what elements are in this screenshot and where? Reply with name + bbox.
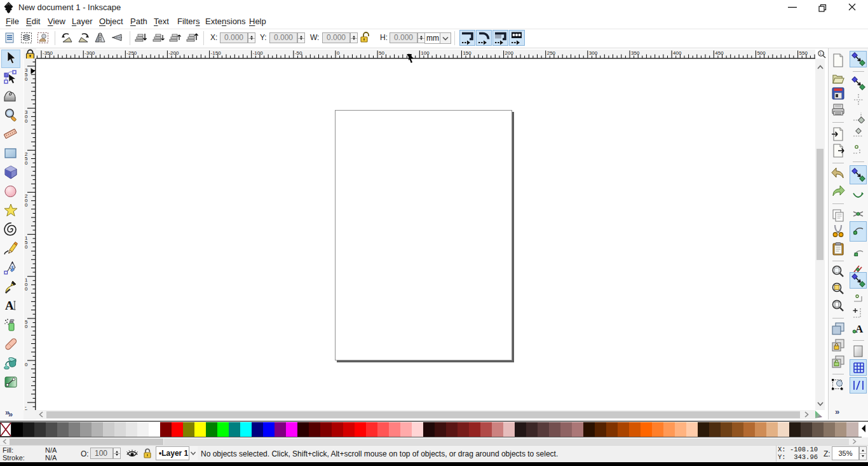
svg-text:150: 150 xyxy=(463,50,471,56)
svg-text:0: 0 xyxy=(25,362,28,367)
svg-text:550: 550 xyxy=(799,50,808,56)
svg-text:250: 250 xyxy=(547,50,556,56)
svg-text:5: 5 xyxy=(25,408,28,410)
svg-text:450: 450 xyxy=(715,50,724,56)
svg-text:50: 50 xyxy=(379,50,384,56)
svg-text:500: 500 xyxy=(757,50,766,56)
svg-text:A: A xyxy=(5,299,14,312)
svg-text:-50: -50 xyxy=(295,50,302,56)
svg-text:-350: -350 xyxy=(43,50,53,56)
svg-text:-300: -300 xyxy=(85,50,95,56)
svg-text:0: 0 xyxy=(25,202,28,208)
svg-text:200: 200 xyxy=(505,50,514,56)
svg-text:0: 0 xyxy=(25,118,28,124)
svg-text:0: 0 xyxy=(337,50,340,56)
svg-text:350: 350 xyxy=(631,50,640,56)
svg-text:-100: -100 xyxy=(253,50,264,56)
svg-text:100: 100 xyxy=(421,50,430,56)
svg-text:-250: -250 xyxy=(126,50,137,56)
svg-text:0: 0 xyxy=(25,286,28,292)
svg-text:400: 400 xyxy=(673,50,682,56)
svg-text:-200: -200 xyxy=(168,50,179,56)
svg-text:0: 0 xyxy=(25,324,28,329)
svg-text:1:1: 1:1 xyxy=(819,51,825,55)
svg-text:-150: -150 xyxy=(211,50,222,56)
svg-text:0: 0 xyxy=(25,244,28,250)
svg-text:0: 0 xyxy=(25,76,28,82)
svg-text:300: 300 xyxy=(589,50,598,56)
svg-text:0: 0 xyxy=(25,160,28,166)
svg-text:A: A xyxy=(855,323,864,335)
